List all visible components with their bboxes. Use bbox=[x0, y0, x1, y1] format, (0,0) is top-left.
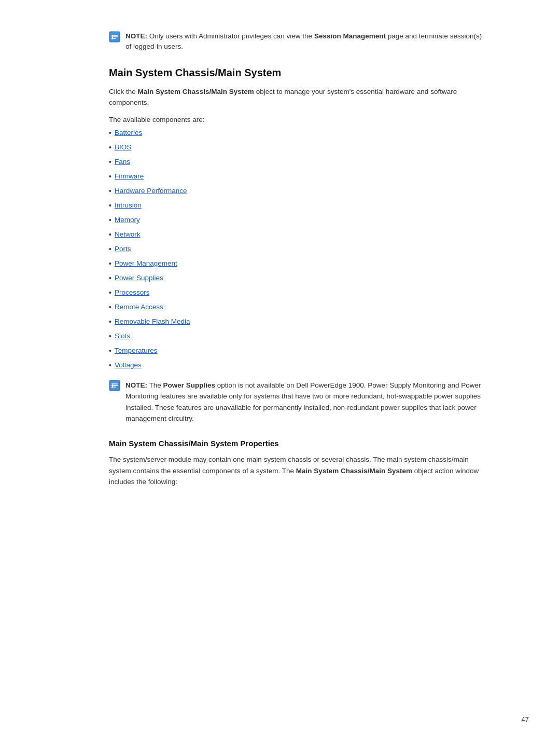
list-item: • Hardware Performance bbox=[109, 187, 482, 195]
component-list: • Batteries • BIOS • Fans • Firmware • H… bbox=[109, 129, 482, 369]
available-components-label: The available components are: bbox=[109, 116, 482, 123]
main-section-heading: Main System Chassis/Main System bbox=[109, 67, 482, 79]
bullet: • bbox=[109, 259, 111, 268]
link-temperatures[interactable]: Temperatures bbox=[115, 347, 158, 354]
link-remote-access[interactable]: Remote Access bbox=[115, 303, 163, 311]
link-slots[interactable]: Slots bbox=[115, 332, 130, 340]
subsection-heading: Main System Chassis/Main System Properti… bbox=[109, 439, 482, 448]
link-batteries[interactable]: Batteries bbox=[115, 129, 142, 136]
link-intrusion[interactable]: Intrusion bbox=[115, 201, 142, 209]
bullet: • bbox=[109, 318, 111, 326]
bullet: • bbox=[109, 245, 111, 253]
note-icon: i bbox=[109, 31, 120, 43]
list-item: • Slots bbox=[109, 332, 482, 340]
list-item: • Batteries bbox=[109, 129, 482, 137]
note-box-power-supplies: i NOTE: The Power Supplies option is not… bbox=[109, 380, 482, 424]
link-fans[interactable]: Fans bbox=[115, 158, 130, 166]
bullet: • bbox=[109, 143, 111, 151]
list-item: • Memory bbox=[109, 216, 482, 224]
bullet: • bbox=[109, 230, 111, 239]
list-item: • Processors bbox=[109, 288, 482, 297]
bullet: • bbox=[109, 303, 111, 311]
list-item: • Power Supplies bbox=[109, 274, 482, 282]
bullet: • bbox=[109, 216, 111, 224]
link-bios[interactable]: BIOS bbox=[115, 143, 131, 151]
subsection-description: The system/server module may contain one… bbox=[109, 454, 482, 488]
link-power-management[interactable]: Power Management bbox=[115, 259, 177, 267]
bullet: • bbox=[109, 201, 111, 210]
list-item: • Temperatures bbox=[109, 347, 482, 355]
list-item: • Network bbox=[109, 230, 482, 239]
bullet: • bbox=[109, 361, 111, 369]
link-ports[interactable]: Ports bbox=[115, 245, 131, 253]
bullet: • bbox=[109, 129, 111, 137]
note-text-power-supplies: NOTE: The Power Supplies option is not a… bbox=[125, 380, 482, 424]
list-item: • Remote Access bbox=[109, 303, 482, 311]
link-memory[interactable]: Memory bbox=[115, 216, 140, 224]
list-item: • BIOS bbox=[109, 143, 482, 151]
bullet: • bbox=[109, 274, 111, 282]
section-description: Click the Main System Chassis/Main Syste… bbox=[109, 86, 482, 108]
link-processors[interactable]: Processors bbox=[115, 288, 150, 296]
link-firmware[interactable]: Firmware bbox=[115, 172, 144, 180]
page-number: 47 bbox=[522, 715, 529, 723]
bullet: • bbox=[109, 158, 111, 166]
list-item: • Firmware bbox=[109, 172, 482, 181]
bullet: • bbox=[109, 172, 111, 181]
bullet: • bbox=[109, 187, 111, 195]
link-power-supplies[interactable]: Power Supplies bbox=[115, 274, 163, 282]
bullet: • bbox=[109, 347, 111, 355]
note-box-session: i NOTE: Only users with Administrator pr… bbox=[109, 31, 482, 52]
note-icon-2: i bbox=[109, 380, 120, 391]
link-network[interactable]: Network bbox=[115, 230, 141, 238]
list-item: • Voltages bbox=[109, 361, 482, 369]
list-item: • Intrusion bbox=[109, 201, 482, 210]
list-item: • Fans bbox=[109, 158, 482, 166]
bullet: • bbox=[109, 332, 111, 340]
link-voltages[interactable]: Voltages bbox=[115, 361, 142, 369]
list-item: • Removable Flash Media bbox=[109, 318, 482, 326]
note-text-session: NOTE: Only users with Administrator priv… bbox=[125, 31, 482, 52]
bullet: • bbox=[109, 288, 111, 297]
list-item: • Power Management bbox=[109, 259, 482, 268]
list-item: • Ports bbox=[109, 245, 482, 253]
link-removable-flash-media[interactable]: Removable Flash Media bbox=[115, 318, 190, 325]
link-hardware-performance[interactable]: Hardware Performance bbox=[115, 187, 187, 195]
